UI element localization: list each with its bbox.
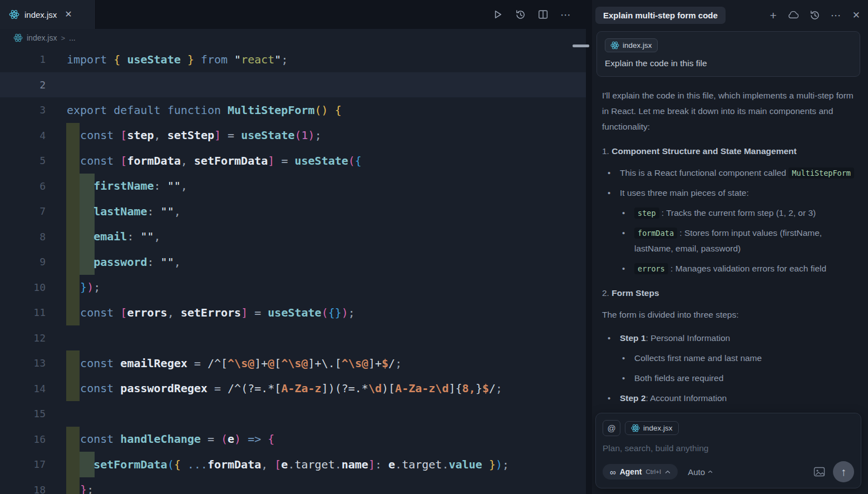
- run-icon[interactable]: [493, 9, 503, 19]
- app-window: index.jsx ✕ ⋯ index.jsx >: [0, 0, 868, 494]
- composer-file-chip[interactable]: index.jsx: [625, 421, 679, 435]
- line-number: 18: [0, 484, 46, 494]
- line-number: 17: [0, 458, 46, 470]
- tab-close-icon[interactable]: ✕: [65, 10, 72, 19]
- chat-close-icon[interactable]: ✕: [852, 11, 860, 20]
- bullet-icon: •: [608, 330, 620, 346]
- chat-more-icon[interactable]: ⋯: [831, 10, 842, 21]
- breadcrumb-file[interactable]: index.jsx: [27, 33, 57, 42]
- line-number: 1: [0, 53, 46, 65]
- code-line-8[interactable]: 8 email: "",: [0, 224, 586, 250]
- agent-mode-label: Agent: [620, 467, 642, 476]
- code-editor[interactable]: 1import { useState } from "react";23expo…: [0, 47, 586, 494]
- code-text: const [step, setStep] = useState(1);: [67, 129, 322, 142]
- code-line-17[interactable]: 17 setFormData({ ...formData, [e.target.…: [0, 452, 586, 477]
- chat-history-icon[interactable]: [810, 10, 820, 21]
- tab-index-jsx[interactable]: index.jsx ✕: [0, 0, 96, 29]
- react-icon: [631, 424, 640, 432]
- new-chat-icon[interactable]: +: [770, 9, 776, 21]
- code-line-7[interactable]: 7 lastName: "",: [0, 199, 586, 224]
- composer-chip-label: index.jsx: [643, 424, 673, 432]
- arrow-up-icon: ↑: [841, 466, 846, 477]
- line-number: 13: [0, 357, 46, 369]
- code-line-2[interactable]: 2: [0, 72, 586, 98]
- code-line-1[interactable]: 1import { useState } from "react";: [0, 47, 586, 72]
- tab-title: index.jsx: [24, 10, 57, 19]
- attach-image-icon[interactable]: [813, 467, 825, 477]
- chat-heading: 1. Component Structure and State Managem…: [602, 145, 858, 158]
- code-text: lastName: "",: [67, 205, 181, 218]
- chat-bullet-item: •Both fields are required: [602, 370, 858, 386]
- composer-input[interactable]: Plan, search, build anything: [603, 443, 854, 457]
- code-line-15[interactable]: 15: [0, 401, 586, 427]
- bullet-icon: •: [622, 205, 634, 221]
- bullet-icon: •: [608, 391, 620, 406]
- split-editor-icon[interactable]: [538, 9, 548, 19]
- chat-bullet-item: •errors : Manages validation errors for …: [602, 261, 858, 276]
- add-context-button[interactable]: @: [603, 420, 620, 436]
- code-line-13[interactable]: 13 const emailRegex = /^[^\s@]+@[^\s@]+\…: [0, 350, 586, 376]
- line-number: 14: [0, 383, 46, 394]
- editor-pane: index.jsx ✕ ⋯ index.jsx >: [0, 0, 586, 494]
- chevron-up-icon: [665, 470, 670, 474]
- code-text: const handleChange = (e) => {: [67, 432, 274, 446]
- code-line-4[interactable]: 4 const [step, setStep] = useState(1);: [0, 123, 586, 149]
- code-lines: 1import { useState } from "react";23expo…: [0, 47, 586, 494]
- user-prompt-text: Explain the code in this file: [605, 58, 852, 68]
- editor-tab-bar: index.jsx ✕ ⋯: [0, 0, 586, 29]
- line-number: 6: [0, 180, 46, 192]
- more-actions-icon[interactable]: ⋯: [560, 9, 571, 20]
- code-line-9[interactable]: 9 password: "",: [0, 249, 586, 275]
- breadcrumb-separator: >: [61, 34, 65, 42]
- user-message-card: index.jsx Explain the code in this file: [596, 31, 860, 77]
- model-selector[interactable]: Auto: [688, 467, 713, 477]
- bullet-icon: •: [608, 185, 620, 201]
- chat-bullet-item: •It uses three main pieces of state:: [602, 185, 858, 201]
- code-line-18[interactable]: 18 };: [0, 477, 586, 494]
- context-file-chip[interactable]: index.jsx: [605, 38, 658, 52]
- code-line-11[interactable]: 11 const [errors, setErrors] = useState(…: [0, 300, 586, 325]
- line-number: 11: [0, 307, 46, 318]
- line-number: 2: [0, 79, 46, 91]
- code-line-5[interactable]: 5 const [formData, setFormData] = useSta…: [0, 148, 586, 174]
- timeline-history-icon[interactable]: [515, 9, 526, 20]
- code-text: import { useState } from "react";: [67, 53, 288, 66]
- code-text: const passwordRegex = /^(?=.*[A-Za-z])(?…: [67, 382, 502, 395]
- breadcrumb-symbol[interactable]: ...: [69, 33, 76, 42]
- line-number: 5: [0, 155, 46, 166]
- line-number: 9: [0, 256, 46, 268]
- chat-messages: index.jsx Explain the code in this file …: [592, 30, 868, 494]
- line-number: 15: [0, 408, 46, 419]
- chat-header: Explain multi-step form code + ⋯ ✕: [592, 0, 868, 30]
- bullet-icon: •: [622, 261, 634, 276]
- chat-bullet-item: •Step 1: Personal Information: [602, 330, 858, 346]
- model-label: Auto: [688, 467, 705, 477]
- line-number: 3: [0, 104, 46, 116]
- chat-paragraph: The form is divided into three steps:: [602, 307, 858, 323]
- editor-actions: ⋯: [493, 0, 586, 29]
- pane-resize-sash[interactable]: [586, 0, 592, 494]
- breadcrumb[interactable]: index.jsx > ...: [0, 29, 586, 47]
- chat-title-tab[interactable]: Explain multi-step form code: [595, 7, 726, 24]
- code-line-6[interactable]: 6 firstName: "",: [0, 174, 586, 199]
- code-text: });: [67, 280, 100, 294]
- code-line-12[interactable]: 12: [0, 325, 586, 351]
- context-chip-label: index.jsx: [623, 41, 652, 50]
- code-line-3[interactable]: 3export default function MultiStepForm()…: [0, 97, 586, 123]
- line-number: 7: [0, 205, 46, 217]
- line-number: 4: [0, 130, 46, 141]
- line-number: 12: [0, 332, 46, 344]
- code-line-16[interactable]: 16 const handleChange = (e) => {: [0, 427, 586, 452]
- code-line-14[interactable]: 14 const passwordRegex = /^(?=.*[A-Za-z]…: [0, 376, 586, 402]
- cloud-icon[interactable]: [787, 11, 799, 19]
- overview-ruler-mark: [573, 45, 589, 47]
- code-line-10[interactable]: 10 });: [0, 275, 586, 300]
- assistant-response: I'll explain the code in this file, whic…: [596, 77, 860, 406]
- code-text: export default function MultiStepForm() …: [67, 103, 342, 117]
- agent-mode-selector[interactable]: ∞ Agent Ctrl+I: [603, 464, 678, 480]
- chat-composer[interactable]: @ index.jsx Plan, search, build anything…: [595, 413, 861, 488]
- send-button[interactable]: ↑: [833, 461, 854, 482]
- line-number: 16: [0, 433, 46, 445]
- chat-bullet-item: •This is a React functional component ca…: [602, 165, 858, 181]
- bullet-icon: •: [608, 165, 620, 181]
